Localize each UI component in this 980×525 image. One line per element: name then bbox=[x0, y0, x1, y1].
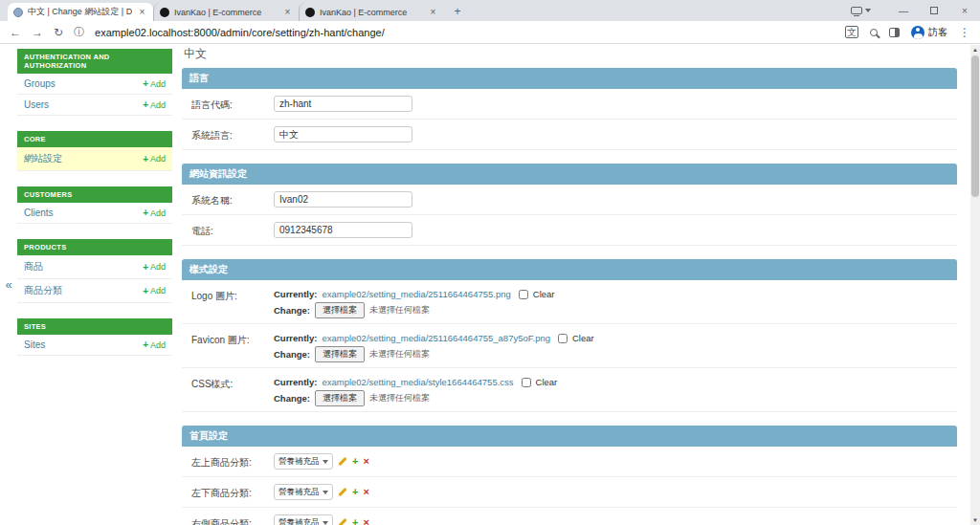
no-file-text: 未選擇任何檔案 bbox=[369, 348, 430, 361]
tab-favicon-globe-icon bbox=[13, 8, 23, 17]
forward-icon[interactable]: → bbox=[32, 27, 43, 38]
tab-django-admin[interactable]: 中文 | Change 網站設定 | Djang × bbox=[8, 3, 153, 21]
close-window-button[interactable]: × bbox=[949, 0, 980, 21]
selected-option: 營養補充品 bbox=[278, 517, 320, 525]
file-widget: Currently: example02/setting_media/25116… bbox=[274, 331, 594, 361]
field-label: 系統名稱: bbox=[191, 191, 274, 208]
plus-icon: + bbox=[143, 339, 148, 350]
module-caption[interactable]: CUSTOMERS bbox=[17, 186, 172, 203]
sidebar-link[interactable]: 商品分類 bbox=[24, 284, 62, 297]
translate-icon[interactable]: 文 bbox=[845, 26, 858, 38]
choose-file-button[interactable]: 選擇檔案 bbox=[315, 302, 365, 318]
tab-ecommerce-2[interactable]: IvanKao | E-commerce × bbox=[299, 3, 444, 21]
sidebar-link[interactable]: 網站設定 bbox=[24, 152, 62, 165]
reload-icon[interactable]: ↻ bbox=[54, 27, 63, 38]
field-label: 右側商品分類: bbox=[191, 514, 274, 525]
sidebar-collapse-toggle[interactable]: « bbox=[0, 44, 17, 525]
maximize-button[interactable] bbox=[919, 0, 949, 21]
module-caption[interactable]: AUTHENTICATION AND AUTHORIZATION bbox=[17, 49, 172, 74]
clear-checkbox[interactable] bbox=[519, 290, 528, 299]
module-caption[interactable]: PRODUCTS bbox=[17, 239, 172, 255]
side-panel-icon[interactable] bbox=[889, 28, 900, 37]
browser-menu-icon[interactable]: ⋮ bbox=[959, 26, 970, 39]
choose-file-button[interactable]: 選擇檔案 bbox=[315, 390, 365, 406]
sidebar-link[interactable]: Groups bbox=[24, 78, 56, 89]
sidebar-link[interactable]: 商品 bbox=[24, 260, 43, 273]
new-tab-button[interactable]: + bbox=[450, 4, 465, 19]
chevron-down-icon bbox=[323, 491, 328, 494]
add-link[interactable]: +Add bbox=[143, 154, 166, 164]
scrollbar[interactable]: ▲ ▼ bbox=[970, 45, 980, 525]
plus-icon: + bbox=[143, 99, 148, 110]
category-select[interactable]: 營養補充品 bbox=[274, 453, 333, 470]
selected-option: 營養補充品 bbox=[278, 456, 320, 468]
category-select[interactable]: 營養補充品 bbox=[274, 514, 333, 525]
url-field[interactable]: example02.localhost:8000/admin/core/sett… bbox=[95, 27, 835, 38]
edit-icon[interactable] bbox=[338, 457, 346, 466]
minimize-button[interactable]: — bbox=[888, 0, 919, 21]
add-link[interactable]: +Add bbox=[143, 339, 166, 350]
browser-window: 中文 | Change 網站設定 | Djang × IvanKao | E-c… bbox=[0, 0, 980, 525]
scroll-down-icon[interactable]: ▼ bbox=[970, 515, 980, 525]
category-select[interactable]: 營養補充品 bbox=[274, 484, 333, 500]
tab-close-icon[interactable]: × bbox=[282, 7, 293, 17]
scroll-thumb[interactable] bbox=[971, 55, 979, 197]
current-file-link[interactable]: example02/setting_media/style1664464755.… bbox=[322, 377, 513, 387]
tab-close-icon[interactable]: × bbox=[428, 7, 438, 17]
add-link[interactable]: +Add bbox=[143, 262, 166, 273]
sidebar-link[interactable]: Clients bbox=[24, 208, 54, 218]
add-label: Add bbox=[150, 208, 166, 218]
system-language-input[interactable] bbox=[274, 126, 412, 142]
add-link[interactable]: +Add bbox=[143, 78, 166, 89]
fieldset-header: 語言 bbox=[182, 68, 957, 89]
add-label: Add bbox=[150, 286, 166, 295]
module-sites: SITES Sites +Add bbox=[17, 318, 172, 356]
add-link[interactable]: +Add bbox=[143, 208, 166, 218]
file-current-line: Currently: example02/setting_media/style… bbox=[274, 376, 557, 388]
tab-close-icon[interactable]: × bbox=[137, 7, 147, 17]
sidebar-link[interactable]: Sites bbox=[24, 339, 45, 350]
tab-favicon-icon bbox=[160, 8, 169, 17]
fieldset-home: 首頁設定 左上商品分類: 營養補充品 + × 左下商品分類: bbox=[182, 426, 957, 525]
clear-checkbox[interactable] bbox=[522, 378, 531, 387]
tab-ecommerce-1[interactable]: IvanKao | E-commerce × bbox=[153, 3, 299, 21]
system-name-input[interactable] bbox=[274, 191, 412, 208]
admin-page: « AUTHENTICATION AND AUTHORIZATION Group… bbox=[0, 44, 980, 525]
sidebar-link[interactable]: Users bbox=[24, 99, 49, 110]
chevron-down-icon bbox=[323, 460, 328, 464]
current-file-link[interactable]: example02/setting_media/2511664464755.pn… bbox=[322, 289, 510, 299]
back-icon[interactable]: ← bbox=[10, 27, 21, 38]
add-related-icon[interactable]: + bbox=[352, 517, 358, 525]
add-link[interactable]: +Add bbox=[143, 99, 166, 110]
add-related-icon[interactable]: + bbox=[352, 487, 358, 497]
tab-title: IvanKao | E-commerce bbox=[320, 8, 423, 17]
delete-related-icon[interactable]: × bbox=[363, 517, 368, 525]
file-widget: Currently: example02/setting_media/25116… bbox=[274, 287, 554, 317]
module-caption[interactable]: CORE bbox=[17, 131, 172, 147]
language-code-input[interactable] bbox=[274, 96, 412, 112]
scroll-up-icon[interactable]: ▲ bbox=[970, 45, 980, 55]
add-label: Add bbox=[150, 340, 166, 350]
site-info-icon[interactable]: ⓘ bbox=[74, 25, 84, 39]
currently-label: Currently: bbox=[274, 289, 317, 299]
tab-title: 中文 | Change 網站設定 | Djang bbox=[28, 6, 132, 18]
add-related-icon[interactable]: + bbox=[352, 456, 358, 467]
add-label: Add bbox=[150, 100, 166, 110]
form-row-css: CSS樣式: Currently: example02/setting_medi… bbox=[182, 368, 957, 412]
delete-related-icon[interactable]: × bbox=[363, 487, 368, 497]
zoom-icon[interactable] bbox=[870, 29, 878, 36]
add-link[interactable]: +Add bbox=[143, 286, 166, 296]
phone-input[interactable] bbox=[274, 222, 412, 238]
choose-file-button[interactable]: 選擇檔案 bbox=[315, 346, 365, 362]
edit-icon[interactable] bbox=[338, 488, 346, 496]
module-caption[interactable]: SITES bbox=[17, 318, 172, 335]
clear-checkbox[interactable] bbox=[558, 334, 568, 343]
module-products: PRODUCTS 商品 +Add 商品分類 +Add bbox=[17, 239, 172, 303]
delete-related-icon[interactable]: × bbox=[363, 456, 368, 467]
device-toolbar-button[interactable] bbox=[851, 7, 871, 14]
field-label: 左上商品分類: bbox=[191, 453, 274, 470]
field-label: 左下商品分類: bbox=[191, 484, 274, 500]
current-file-link[interactable]: example02/setting_media/2511664464755_a8… bbox=[322, 333, 550, 343]
edit-icon[interactable] bbox=[338, 518, 346, 525]
profile-button[interactable]: 訪客 bbox=[911, 26, 947, 39]
